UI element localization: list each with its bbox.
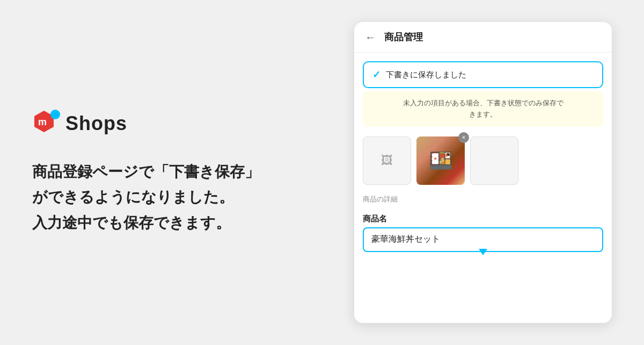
phone-mockup: ← 商品管理 ✓ 下書きに保存しました 未入力の項目がある場合、下書き状態でのみ…: [354, 22, 612, 323]
image-upload-row: 🖼 🍱 ×: [363, 136, 603, 185]
main-line1: 商品登録ページで「下書き保存」: [32, 159, 322, 185]
notification-text: 下書きに保存しました: [386, 70, 466, 80]
logo-icon: m: [32, 110, 60, 138]
logo-dot: [50, 110, 60, 119]
phone-content: ✓ 下書きに保存しました 未入力の項目がある場合、下書き状態でのみ保存できます。…: [354, 53, 612, 323]
uploaded-image-slot: 🍱 ×: [416, 136, 465, 185]
cursor-indicator: [479, 249, 487, 255]
logo-text: Shops: [65, 112, 127, 135]
phone-header: ← 商品管理: [354, 22, 612, 53]
svg-text:m: m: [38, 117, 47, 127]
field-input-wrapper: [363, 227, 603, 252]
back-button[interactable]: ←: [365, 31, 376, 44]
empty-image-slot[interactable]: [470, 136, 518, 185]
phone-title: 商品管理: [384, 31, 423, 44]
warning-area: 未入力の項目がある場合、下書き状態でのみ保存できます。: [363, 91, 603, 127]
remove-image-button[interactable]: ×: [458, 132, 469, 143]
food-image: 🍱: [416, 136, 465, 185]
left-panel: m Shops 商品登録ページで「下書き保存」 ができるようになりました。 入力…: [32, 110, 322, 236]
product-name-field: 商品名: [363, 212, 603, 252]
section-label: 商品の詳細: [363, 195, 603, 204]
main-line2: ができるようになりました。: [32, 184, 322, 210]
field-label: 商品名: [363, 214, 603, 224]
image-placeholder-icon: 🖼: [381, 154, 393, 168]
notification-box: ✓ 下書きに保存しました: [363, 61, 603, 88]
main-description: 商品登録ページで「下書き保存」 ができるようになりました。 入力途中でも保存でき…: [32, 159, 322, 236]
check-icon: ✓: [372, 69, 380, 81]
logo-area: m Shops: [32, 110, 322, 138]
warning-text: 未入力の項目がある場合、下書き状態でのみ保存できます。: [403, 99, 564, 118]
image-placeholder-slot[interactable]: 🖼: [363, 136, 411, 185]
main-line3: 入力途中でも保存できます。: [32, 210, 322, 236]
